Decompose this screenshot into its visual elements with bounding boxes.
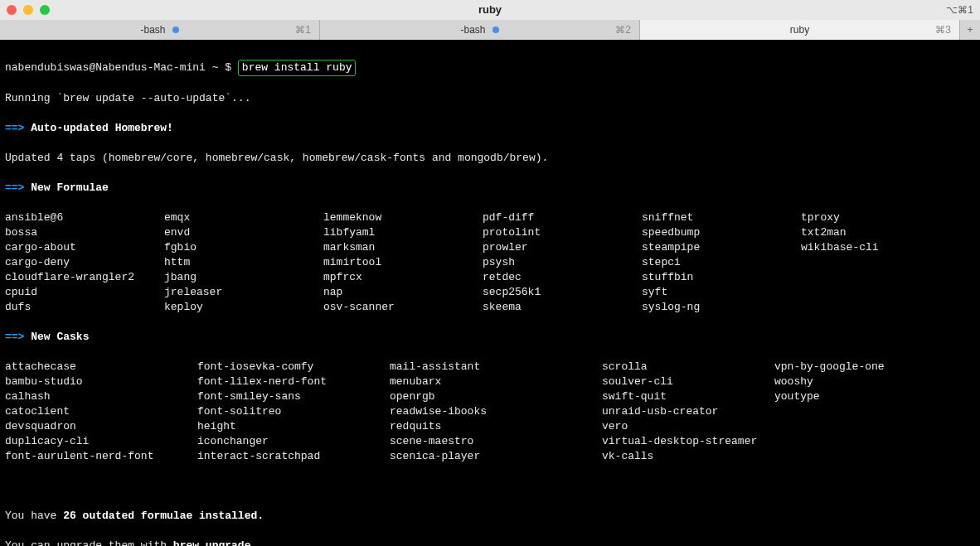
maximize-icon[interactable]: [40, 5, 50, 15]
tab-shortcut: ⌘1: [295, 22, 311, 37]
tab-label: -bash: [140, 22, 165, 37]
list-item: lemmeknow: [323, 210, 483, 225]
list-item: font-iosevka-comfy: [197, 360, 390, 374]
list-item: swift-quit: [602, 389, 774, 404]
list-item: interact-scratchpad: [197, 449, 390, 464]
arrow-icon: ==>: [5, 181, 24, 194]
list-item: cargo-about: [5, 240, 164, 255]
list-item: keploy: [164, 300, 323, 315]
list-item: steampipe: [642, 240, 801, 255]
tab-shortcut: ⌘2: [615, 22, 631, 37]
list-item: fgbio: [164, 240, 323, 255]
tab-bash-1[interactable]: -bash ⌘1: [0, 20, 320, 40]
list-item: virtual-desktop-streamer: [602, 434, 774, 449]
list-item: syslog-ng: [642, 300, 801, 315]
tab-label: -bash: [460, 22, 485, 37]
list-item: wooshy: [774, 374, 967, 389]
command-highlight: brew install ruby: [238, 60, 357, 76]
list-item: envd: [164, 225, 323, 240]
minimize-icon[interactable]: [23, 5, 33, 15]
list-item: ansible@6: [5, 210, 164, 225]
list-item: retdec: [483, 270, 642, 285]
list-item: syft: [642, 285, 801, 300]
list-item: [774, 449, 967, 464]
list-item: libfyaml: [323, 225, 483, 240]
list-item: [801, 255, 960, 270]
list-item: mail-assistant: [390, 360, 602, 374]
list-item: youtype: [774, 389, 967, 404]
list-item: jbang: [164, 270, 323, 285]
list-item: txt2man: [801, 225, 960, 240]
casks-list: attachecasefont-iosevka-comfymail-assist…: [5, 360, 975, 464]
list-item: [801, 300, 960, 315]
terminal-line: You can upgrade them with brew upgrade: [5, 539, 975, 546]
list-item: tproxy: [801, 210, 960, 225]
list-item: mpfrcx: [323, 270, 483, 285]
list-item: nap: [323, 285, 483, 300]
list-item: [774, 434, 967, 449]
list-item: scrolla: [602, 360, 774, 374]
list-item: [801, 285, 960, 300]
list-item: attachecase: [5, 360, 197, 374]
traffic-lights: [7, 5, 50, 15]
tab-bar: -bash ⌘1 -bash ⌘2 ruby ⌘3 +: [0, 20, 980, 40]
list-item: stuffbin: [642, 270, 801, 285]
new-tab-button[interactable]: +: [960, 20, 980, 40]
terminal-content[interactable]: nabendubiswas@Nabendus-Mac-mini ~ $ brew…: [0, 40, 980, 546]
list-item: menubarx: [390, 374, 602, 389]
section-heading: New Casks: [31, 331, 89, 343]
list-item: [774, 404, 967, 419]
list-item: unraid-usb-creator: [602, 404, 774, 419]
close-icon[interactable]: [7, 5, 17, 15]
list-item: font-solitreo: [197, 404, 390, 419]
list-item: marksman: [323, 240, 483, 255]
list-item: iconchanger: [197, 434, 390, 449]
list-item: devsquadron: [5, 419, 197, 434]
list-item: stepci: [642, 255, 801, 270]
list-item: httm: [164, 255, 323, 270]
list-item: cargo-deny: [5, 255, 164, 270]
list-item: readwise-ibooks: [390, 404, 602, 419]
list-item: bossa: [5, 225, 164, 240]
list-item: vk-calls: [602, 449, 774, 464]
list-item: secp256k1: [483, 285, 642, 300]
list-item: jreleaser: [164, 285, 323, 300]
list-item: dufs: [5, 300, 164, 315]
arrow-icon: ==>: [5, 331, 24, 343]
window-titlebar: ruby ⌥⌘1: [0, 0, 980, 20]
list-item: vero: [602, 419, 774, 434]
terminal-line: Updated 4 taps (homebrew/core, homebrew/…: [5, 151, 975, 166]
tab-shortcut: ⌘3: [935, 22, 951, 37]
list-item: mimirtool: [323, 255, 483, 270]
list-item: bambu-studio: [5, 374, 197, 389]
prompt-path: nabendubiswas@Nabendus-Mac-mini ~ $: [5, 61, 238, 74]
list-item: redquits: [390, 419, 602, 434]
list-item: prowler: [483, 240, 642, 255]
list-item: osv-scanner: [323, 300, 483, 315]
list-item: cpuid: [5, 285, 164, 300]
list-item: speedbump: [642, 225, 801, 240]
arrow-icon: ==>: [5, 122, 24, 134]
list-item: [801, 270, 960, 285]
list-item: skeema: [483, 300, 642, 315]
list-item: scenica-player: [390, 449, 602, 464]
list-item: protolint: [483, 225, 642, 240]
list-item: [774, 419, 967, 434]
list-item: height: [197, 419, 390, 434]
list-item: wikibase-cli: [801, 240, 960, 255]
tab-label: ruby: [790, 22, 809, 37]
list-item: font-lilex-nerd-font: [197, 374, 390, 389]
tab-bash-2[interactable]: -bash ⌘2: [320, 20, 640, 40]
list-item: font-smiley-sans: [197, 389, 390, 404]
activity-dot-icon: [492, 27, 499, 33]
section-heading: Auto-updated Homebrew!: [31, 122, 173, 134]
list-item: openrgb: [390, 389, 602, 404]
tab-ruby[interactable]: ruby ⌘3: [640, 20, 960, 40]
titlebar-shortcut: ⌥⌘1: [946, 2, 973, 17]
list-item: emqx: [164, 210, 323, 225]
section-heading: New Formulae: [31, 181, 109, 194]
terminal-line: You have 26 outdated formulae installed.: [5, 509, 975, 524]
list-item: calhash: [5, 389, 197, 404]
list-item: vpn-by-google-one: [774, 360, 967, 374]
activity-dot-icon: [172, 27, 179, 33]
